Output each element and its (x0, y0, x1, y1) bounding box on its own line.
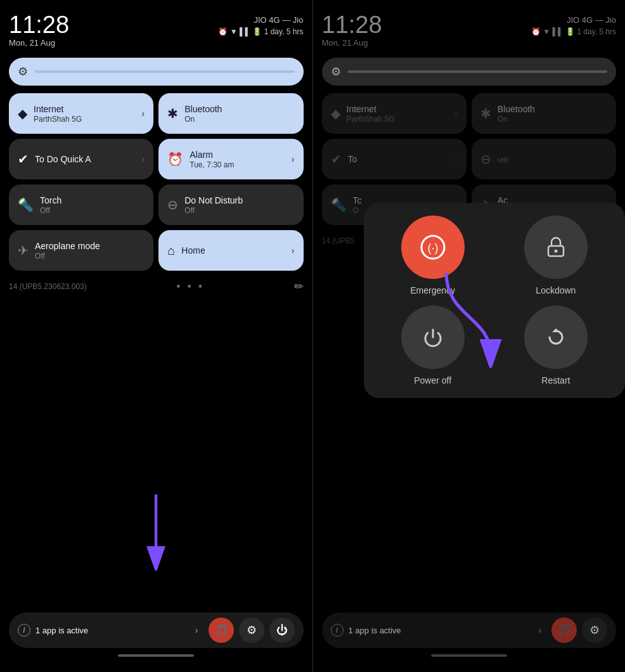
restart-icon (542, 323, 570, 351)
left-action-icons: 🎵 ⚙ ⏻ (209, 617, 295, 643)
svg-text:(·): (·) (427, 242, 438, 254)
left-arrow-container (131, 494, 181, 571)
right-app-icon-button[interactable]: 🎵 (551, 617, 577, 643)
right-bottom-bar: i 1 app is active › 🎵 ⚙ (322, 612, 617, 672)
left-brightness-bar[interactable]: ⚙ (9, 58, 304, 86)
tile-torch-title: Torch (40, 195, 145, 205)
left-dots: • • • (176, 280, 204, 294)
left-edit-icon[interactable]: ✏ (294, 280, 304, 294)
left-panel: 11:28 Mon, 21 Aug JIO 4G — Jio ⏰ ▼ ▌▌ 🔋 … (0, 0, 312, 672)
left-app-icon-button[interactable]: 🎵 (209, 617, 234, 643)
right-app-active-text: 1 app is active (349, 626, 534, 635)
left-version-row: 14 (UPB5.230623.003) • • • ✏ (9, 276, 304, 297)
left-power-button[interactable]: ⏻ (269, 617, 295, 643)
aeroplane-icon: ✈ (18, 243, 29, 258)
tile-bluetooth-title: Bluetooth (184, 104, 294, 114)
lock-icon (542, 233, 570, 261)
poweroff-label: Power off (414, 375, 451, 385)
left-settings-button[interactable]: ⚙ (239, 617, 264, 643)
right-tile-todo[interactable]: ✔ To › (322, 139, 467, 179)
todo-icon: ✔ (18, 152, 29, 167)
right-carrier: JIO 4G — Jio (531, 15, 616, 25)
tile-bluetooth-subtitle: On (184, 115, 294, 124)
left-status-bar: 11:28 Mon, 21 Aug JIO 4G — Jio ⏰ ▼ ▌▌ 🔋 … (9, 13, 304, 48)
tile-internet-title: Internet (34, 104, 136, 114)
right-todo-icon: ✔ (331, 152, 342, 167)
todo-chevron-icon: › (142, 154, 145, 164)
tile-bluetooth[interactable]: ✱ Bluetooth On (158, 93, 303, 134)
tile-alarm[interactable]: ⏰ Alarm Tue, 7:30 am › (158, 139, 303, 179)
left-brightness-icon: ⚙ (18, 65, 28, 79)
tile-alarm-subtitle: Tue, 7:30 am (190, 160, 285, 169)
right-tile-bluetooth[interactable]: ✱ Bluetooth On (472, 93, 616, 134)
tile-aeroplane-subtitle: Off (35, 252, 145, 261)
restart-button[interactable]: Restart (499, 306, 612, 385)
right-tile-bluetooth-subtitle: On (498, 115, 607, 124)
tile-dnd-title: Do Not Disturb (184, 195, 294, 205)
right-date: Mon, 21 Aug (322, 38, 382, 48)
right-brightness-bar[interactable]: ⚙ (322, 58, 617, 86)
wifi-icon: ◆ (18, 106, 27, 121)
right-tile-todo-title: To (348, 154, 449, 164)
right-time: 11:28 (322, 13, 382, 37)
lockdown-circle (524, 216, 588, 279)
tile-internet-subtitle: ParthShah 5G (34, 115, 136, 124)
lockdown-label: Lockdown (536, 285, 576, 295)
right-tile-internet-title: Internet (347, 104, 449, 114)
internet-chevron-icon: › (142, 108, 145, 119)
left-info-icon: i (18, 624, 30, 636)
right-info-icon: i (331, 624, 344, 636)
right-app-active-bar[interactable]: i 1 app is active › 🎵 ⚙ (322, 612, 617, 648)
left-brightness-track (34, 70, 295, 73)
tile-internet[interactable]: ◆ Internet ParthShah 5G › (9, 93, 153, 134)
left-app-active-bar[interactable]: i 1 app is active › 🎵 ⚙ ⏻ (9, 612, 304, 648)
left-arrow-svg (131, 494, 181, 571)
right-internet-chevron-icon: › (454, 108, 458, 119)
right-brightness-track (347, 70, 608, 73)
tile-dnd-subtitle: Off (184, 206, 294, 215)
tile-todo[interactable]: ✔ To Do Quick A › (9, 139, 153, 179)
restart-label: Restart (541, 375, 570, 385)
right-settings-button[interactable]: ⚙ (582, 617, 607, 643)
left-quick-tiles: ◆ Internet ParthShah 5G › ✱ Bluetooth On… (9, 93, 304, 271)
right-arrow (434, 266, 510, 370)
tile-torch[interactable]: 🔦 Torch Off (9, 184, 153, 225)
right-arrow-svg (434, 266, 510, 368)
left-app-chevron-icon: › (195, 625, 198, 635)
emergency-icon: (·) (419, 233, 447, 261)
right-brightness-icon: ⚙ (331, 65, 341, 79)
right-version-text: 14 (UPB5 (322, 236, 355, 245)
right-action-icons: 🎵 ⚙ (551, 617, 607, 643)
right-tile-internet[interactable]: ◆ Internet ParthShah 5G › (322, 93, 467, 134)
bluetooth-icon: ✱ (167, 106, 178, 121)
left-version-text: 14 (UPB5.230623.003) (9, 282, 87, 291)
right-torch-icon: 🔦 (331, 197, 347, 212)
right-tile-disturb-subtitle: urb (498, 155, 607, 164)
left-bottom-bar: i 1 app is active › 🎵 ⚙ ⏻ (9, 612, 304, 672)
tile-torch-subtitle: Off (40, 206, 145, 215)
svg-marker-6 (552, 328, 560, 332)
tile-aeroplane[interactable]: ✈ Aeroplane mode Off (9, 230, 153, 271)
left-app-active-text: 1 app is active (35, 626, 190, 635)
right-home-bar (431, 654, 507, 657)
torch-icon: 🔦 (18, 197, 34, 212)
alarm-chevron-icon: › (292, 154, 295, 164)
right-app-chevron-icon: › (538, 625, 541, 635)
lockdown-button[interactable]: Lockdown (499, 216, 612, 295)
right-todo-chevron-icon: › (454, 154, 458, 164)
tile-todo-title: To Do Quick A (35, 154, 136, 164)
home-icon: ⌂ (167, 243, 175, 258)
right-disturb-icon: ⊖ (480, 152, 491, 167)
left-carrier: JIO 4G — Jio (218, 15, 303, 25)
right-tile-bluetooth-title: Bluetooth (498, 104, 607, 114)
dnd-icon: ⊖ (167, 197, 178, 212)
tile-home[interactable]: ⌂ Home › (158, 230, 303, 271)
home-chevron-icon: › (292, 245, 295, 255)
svg-point-5 (554, 250, 557, 253)
tile-dnd[interactable]: ⊖ Do Not Disturb Off (158, 184, 303, 225)
right-status-bar: 11:28 Mon, 21 Aug JIO 4G — Jio ⏰ ▼ ▌▌ 🔋 … (322, 13, 617, 48)
right-panel: 11:28 Mon, 21 Aug JIO 4G — Jio ⏰ ▼ ▌▌ 🔋 … (313, 0, 626, 672)
right-tile-disturb[interactable]: ⊖ urb (472, 139, 616, 179)
alarm-icon: ⏰ (167, 152, 183, 167)
right-tile-internet-subtitle: ParthShah 5G (347, 115, 449, 124)
